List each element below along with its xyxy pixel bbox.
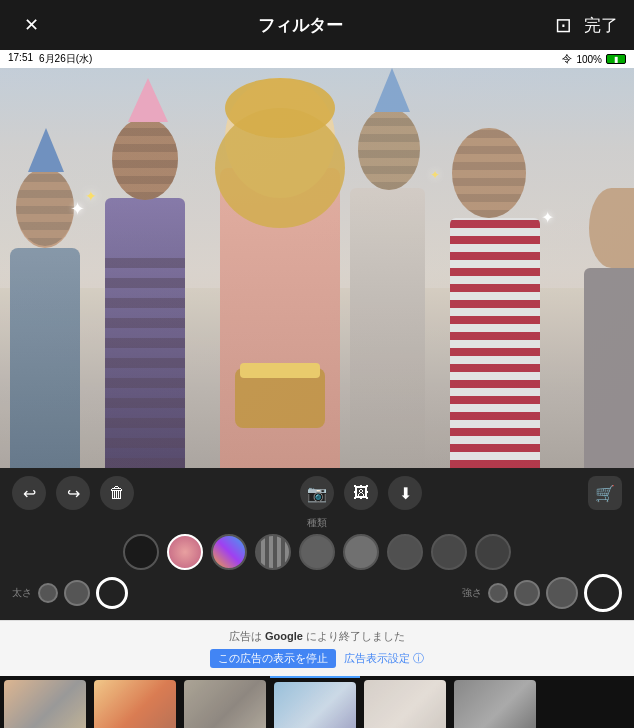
ad-settings-link[interactable]: 広告表示設定 ⓘ	[344, 652, 424, 664]
process-thumbnail	[4, 680, 86, 728]
crop-icon[interactable]: ⊡	[555, 13, 572, 37]
close-button[interactable]: ✕	[16, 10, 46, 40]
instant-thumbnail	[94, 680, 176, 728]
strength-section: 強さ	[462, 574, 622, 612]
size-label: 太さ	[12, 586, 32, 600]
strength-dot-4[interactable]	[584, 574, 622, 612]
size-dot-1[interactable]	[38, 583, 58, 603]
size-dots	[38, 577, 128, 609]
ad-stop-button[interactable]: この広告の表示を停止	[210, 649, 336, 668]
image-button[interactable]: 🖼	[344, 476, 378, 510]
filter-type-2[interactable]	[167, 534, 203, 570]
trash-button[interactable]: 🗑	[100, 476, 134, 510]
chrome-thumbnail	[274, 682, 356, 728]
status-bar: 17:51 6月26日(水) 令 100% ▮	[0, 50, 634, 68]
size-dot-3[interactable]	[96, 577, 128, 609]
strength-dot-3[interactable]	[546, 577, 578, 609]
redo-button[interactable]: ↪	[56, 476, 90, 510]
filter-type-1[interactable]	[123, 534, 159, 570]
camera-button[interactable]: 📷	[300, 476, 334, 510]
filter-type-7[interactable]	[387, 534, 423, 570]
filter-section-label: 種類	[12, 516, 622, 530]
undo-button[interactable]: ↩	[12, 476, 46, 510]
battery-indicator: ▮	[606, 54, 626, 64]
filter-instant[interactable]: Instant	[90, 676, 180, 728]
filter-type-9[interactable]	[475, 534, 511, 570]
strength-dots	[488, 574, 622, 612]
download-button[interactable]: ⬇	[388, 476, 422, 510]
photo-display: ✦ ✦ ✦ ✦	[0, 68, 634, 468]
time-label: 17:51	[8, 52, 33, 66]
controls-panel: ↩ ↪ 🗑 📷 🖼 ⬇ 🛒 種類 太さ	[0, 468, 634, 620]
toolbar-right: 🛒	[588, 476, 622, 510]
filter-process[interactable]: Process	[0, 676, 90, 728]
toolbar-row: ↩ ↪ 🗑 📷 🖼 ⬇ 🛒	[12, 476, 622, 510]
battery-label: 100%	[576, 54, 602, 65]
filter-type-row	[12, 534, 622, 570]
image-preview: ✦ ✦ ✦ ✦	[0, 68, 634, 468]
toolbar-left: ↩ ↪ 🗑	[12, 476, 134, 510]
sliders-row: 太さ 強さ	[12, 574, 622, 612]
ad-controls: この広告の表示を停止 広告表示設定 ⓘ	[12, 647, 622, 668]
strength-dot-2[interactable]	[514, 580, 540, 606]
wifi-icon: 令	[562, 52, 572, 66]
header: ✕ フィルター ⊡ 完了	[0, 0, 634, 50]
ad-text: 広告は Google により終了しました	[12, 629, 622, 644]
toolbar-center: 📷 🖼 ⬇	[300, 476, 422, 510]
ad-banner: 広告は Google により終了しました この広告の表示を停止 広告表示設定 ⓘ	[0, 620, 634, 676]
size-dot-2[interactable]	[64, 580, 90, 606]
cart-button[interactable]: 🛒	[588, 476, 622, 510]
filter-transfer[interactable]: Transfer	[180, 676, 270, 728]
date-label: 6月26日(水)	[39, 52, 92, 66]
strength-dot-1[interactable]	[488, 583, 508, 603]
done-button[interactable]: 完了	[584, 14, 618, 37]
size-section: 太さ	[12, 577, 128, 609]
filter-type-8[interactable]	[431, 534, 467, 570]
page-title: フィルター	[258, 14, 343, 37]
fade-thumbnail	[364, 680, 446, 728]
filter-type-6[interactable]	[343, 534, 379, 570]
filter-type-5[interactable]	[299, 534, 335, 570]
filter-chrome[interactable]: Chrome	[270, 676, 360, 728]
mono-thumbnail	[454, 680, 536, 728]
filter-type-3[interactable]	[211, 534, 247, 570]
strength-label: 強さ	[462, 586, 482, 600]
filter-strip: Process Instant Transfer	[0, 676, 634, 728]
filter-mono[interactable]: Mono	[450, 676, 540, 728]
header-right: ⊡ 完了	[555, 13, 618, 37]
filter-fade[interactable]: Fade	[360, 676, 450, 728]
filter-type-4[interactable]	[255, 534, 291, 570]
transfer-thumbnail	[184, 680, 266, 728]
